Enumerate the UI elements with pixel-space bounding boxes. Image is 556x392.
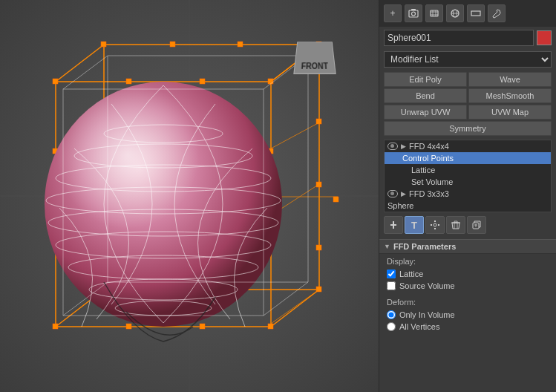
stack-toolbar: T: [379, 214, 556, 236]
object-name-row: [379, 27, 556, 49]
ffd-params-header[interactable]: ▼ FFD Parameters: [379, 239, 556, 254]
modifier-buttons-grid: Edit Poly Wave Bend MeshSmooth Unwrap UV…: [379, 70, 556, 138]
toolbar: +: [379, 0, 556, 27]
svg-rect-22: [268, 79, 273, 84]
svg-line-44: [271, 122, 319, 148]
ffd3x3x3-arrow: ▶: [401, 190, 406, 197]
svg-rect-25: [238, 42, 243, 47]
pin-button[interactable]: [384, 216, 403, 234]
stack-item-lattice[interactable]: Lattice: [385, 164, 551, 176]
set-volume-label: Set Volume: [411, 177, 453, 186]
source-volume-checkbox-row: Source Volume: [387, 280, 549, 292]
lattice-label: Lattice: [411, 166, 435, 174]
svg-rect-70: [431, 10, 438, 16]
ffd-params-title: FFD Parameters: [393, 242, 456, 251]
svg-rect-23: [101, 42, 106, 47]
lattice-checkbox-label: Lattice: [399, 270, 423, 278]
svg-rect-38: [268, 324, 273, 329]
only-in-volume-radio-row: Only In Volume: [387, 309, 549, 321]
camera-button[interactable]: [405, 4, 422, 22]
svg-line-10: [56, 45, 104, 82]
svg-rect-69: [411, 9, 416, 10]
stack-item-sphere[interactable]: Sphere: [385, 200, 551, 212]
display-label: Display:: [387, 257, 549, 266]
only-in-volume-label: Only In Volume: [399, 310, 455, 319]
uvw-map-button[interactable]: UVW Map: [468, 105, 552, 120]
modifier-list-select[interactable]: Modifier List: [384, 51, 552, 68]
modifier-stack: ▶ FFD 4x4x4 Control Points Lattice Set V…: [384, 140, 552, 212]
ffd-params-arrow: ▼: [384, 243, 390, 250]
lattice-checkbox-row: Lattice: [387, 268, 549, 280]
svg-line-59: [63, 56, 108, 89]
svg-line-46: [271, 290, 319, 324]
source-volume-checkbox[interactable]: [387, 281, 396, 290]
svg-rect-21: [200, 79, 205, 84]
right-panel: +: [379, 0, 556, 392]
svg-rect-78: [471, 11, 480, 16]
svg-rect-31: [316, 119, 321, 124]
svg-rect-67: [409, 10, 418, 17]
rect-button[interactable]: [467, 4, 485, 22]
svg-line-63: [264, 282, 308, 316]
symmetry-button[interactable]: Symmetry: [384, 121, 552, 136]
svg-rect-37: [200, 324, 205, 329]
settings-icon-button[interactable]: [425, 216, 445, 234]
ffd4x4x4-arrow: ▶: [401, 143, 406, 150]
stack-item-set-volume[interactable]: Set Volume: [385, 176, 551, 188]
bend-button[interactable]: Bend: [384, 88, 467, 103]
ffd4x4x4-label: FFD 4x4x4: [409, 142, 449, 151]
add-button[interactable]: +: [384, 4, 402, 22]
edit-poly-button[interactable]: Edit Poly: [384, 72, 467, 87]
viewport[interactable]: FRONT: [0, 0, 379, 392]
svg-rect-35: [53, 324, 58, 329]
film-button[interactable]: [425, 4, 443, 22]
wave-button[interactable]: Wave: [468, 72, 552, 87]
svg-rect-19: [53, 79, 58, 84]
ffd3x3x3-label: FFD 3x3x3: [409, 189, 449, 198]
lattice-checkbox[interactable]: [387, 270, 396, 278]
object-name-input[interactable]: [384, 30, 534, 46]
unwrap-uvw-button[interactable]: Unwrap UVW: [384, 105, 467, 120]
svg-point-48: [45, 82, 282, 327]
sphere-label: Sphere: [387, 201, 413, 210]
stack-item-ffd3x3x3[interactable]: ▶ FFD 3x3x3: [385, 188, 551, 200]
wrench-button[interactable]: [488, 4, 506, 22]
type-icon: T: [411, 220, 417, 231]
meshsmooth-button[interactable]: MeshSmooth: [468, 88, 552, 103]
delete-button[interactable]: [446, 216, 465, 234]
stack-item-control-points[interactable]: Control Points: [385, 152, 551, 164]
all-vertices-radio-row: All Vertices: [387, 321, 549, 333]
source-volume-label: Source Volume: [399, 281, 455, 290]
svg-rect-33: [316, 245, 321, 250]
ffd-parameters-panel: ▼ FFD Parameters Display: Lattice Source…: [379, 236, 556, 392]
display-group: Display: Lattice Source Volume: [379, 254, 556, 295]
object-color-swatch[interactable]: [537, 30, 552, 45]
svg-rect-24: [170, 42, 175, 47]
svg-point-79: [434, 223, 436, 226]
copy-button[interactable]: [467, 216, 486, 234]
type-button[interactable]: T: [405, 216, 424, 234]
modifier-list-row: Modifier List: [379, 49, 556, 70]
sphere-button[interactable]: [446, 4, 464, 22]
svg-rect-34: [333, 197, 338, 202]
deform-group: Deform: Only In Volume All Vertices: [379, 295, 556, 336]
deform-label: Deform:: [387, 298, 549, 307]
only-in-volume-radio[interactable]: [387, 310, 396, 319]
svg-point-68: [412, 12, 416, 16]
viewport-label: FRONT: [293, 42, 336, 74]
control-points-label: Control Points: [402, 154, 454, 163]
all-vertices-label: All Vertices: [399, 322, 439, 331]
all-vertices-radio[interactable]: [387, 322, 396, 331]
svg-rect-36: [126, 324, 131, 329]
stack-item-ffd4x4x4[interactable]: ▶ FFD 4x4x4: [385, 140, 551, 152]
svg-rect-20: [126, 79, 131, 84]
